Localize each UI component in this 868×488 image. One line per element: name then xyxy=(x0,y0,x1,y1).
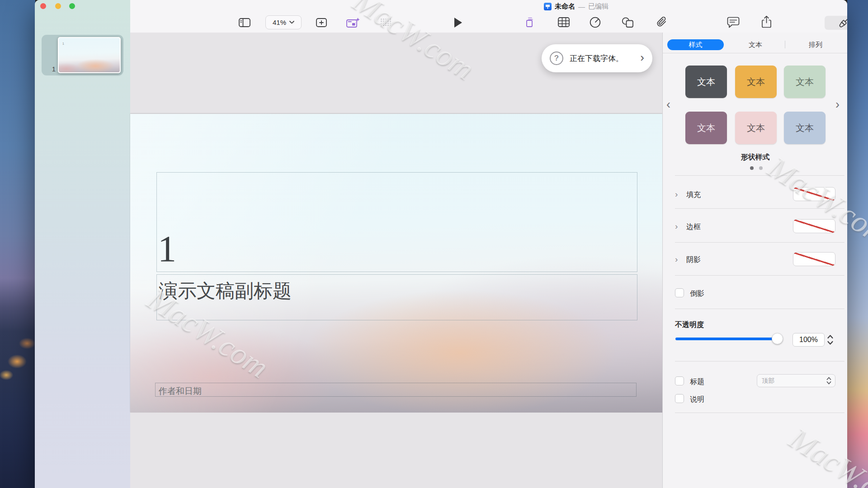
view-sidebar-toggle-icon[interactable] xyxy=(239,18,250,27)
comment-icon[interactable] xyxy=(727,17,740,29)
table-icon[interactable] xyxy=(558,17,570,27)
shadow-label: 阴影 xyxy=(686,255,701,265)
disclosure-icon[interactable]: › xyxy=(675,190,678,198)
slide-author-text: 作者和日期 xyxy=(159,385,202,397)
tab-style-label: 样式 xyxy=(689,41,703,49)
reflection-checkbox[interactable] xyxy=(675,288,684,297)
opacity-value: 100% xyxy=(799,336,818,344)
carousel-next-icon[interactable]: › xyxy=(835,99,840,111)
slide-title-text: 1 xyxy=(158,230,176,267)
caption-checkbox[interactable] xyxy=(675,394,684,403)
opacity-stepper[interactable] xyxy=(827,333,834,346)
tab-arrange[interactable]: 排列 xyxy=(791,39,840,50)
separator xyxy=(675,175,844,176)
disclosure-icon[interactable]: › xyxy=(675,222,678,230)
title-position-dropdown[interactable]: 顶部 xyxy=(757,374,835,387)
carousel-page-dot-active[interactable] xyxy=(750,166,754,170)
style-swatch[interactable]: 文本 xyxy=(685,66,727,98)
chart-icon[interactable] xyxy=(590,17,601,28)
separator xyxy=(675,242,844,243)
magic-slide-icon[interactable] xyxy=(346,17,360,28)
desktop-wallpaper-right xyxy=(847,0,868,488)
slide-thumbnail-preview: 1 xyxy=(59,38,120,72)
slide-subtitle-text: 演示文稿副标题 xyxy=(159,278,292,304)
disclosure-icon[interactable]: › xyxy=(675,255,678,263)
border-none-swatch[interactable] xyxy=(793,219,835,233)
swatch-label: 文本 xyxy=(796,122,814,134)
paperclip-icon[interactable] xyxy=(656,16,667,28)
style-swatch[interactable]: 文本 xyxy=(685,112,727,144)
carousel-prev-icon[interactable]: ‹ xyxy=(666,99,670,111)
tab-divider xyxy=(785,41,785,48)
shadow-none-swatch[interactable] xyxy=(793,252,835,266)
question-glyph: ? xyxy=(554,54,559,63)
style-swatch[interactable]: 文本 xyxy=(735,112,777,144)
tabs-divider-line xyxy=(663,53,847,53)
title-checkbox[interactable] xyxy=(675,376,684,385)
opacity-slider-knob[interactable] xyxy=(772,333,783,344)
shadow-row[interactable]: › 阴影 xyxy=(675,252,838,267)
opacity-value-field[interactable]: 100% xyxy=(793,333,825,347)
keynote-app-icon xyxy=(544,3,552,10)
shape-styles-heading: 形状样式 xyxy=(663,153,847,162)
window-title: 未命名 xyxy=(555,2,575,11)
separator xyxy=(675,413,844,413)
add-slide-icon[interactable] xyxy=(316,18,327,27)
toolbar: 未命名 — 已编辑 41% xyxy=(130,0,847,33)
thumb-mini-number: 1 xyxy=(62,42,64,45)
slide-subtitle-box[interactable]: 演示文稿副标题 xyxy=(156,274,637,320)
slide-title-box[interactable]: 1 xyxy=(156,172,637,272)
fill-none-swatch[interactable] xyxy=(793,187,835,201)
style-swatch[interactable]: 文本 xyxy=(784,66,826,98)
chevron-right-icon[interactable]: › xyxy=(640,52,644,65)
swatch-label: 文本 xyxy=(697,76,715,88)
keynote-window: 1 1 未命名 xyxy=(35,0,847,488)
stepper-updown-icon xyxy=(826,376,831,385)
slide-thumbnail[interactable]: 1 xyxy=(58,37,121,73)
shapes-icon[interactable] xyxy=(622,17,634,28)
help-question-icon: ? xyxy=(550,52,563,65)
desktop-wallpaper-left xyxy=(0,0,35,488)
slide-author-box[interactable]: 作者和日期 xyxy=(155,383,637,397)
minimize-button[interactable] xyxy=(55,3,61,9)
chevron-down-icon xyxy=(289,21,294,24)
zoom-level-dropdown[interactable]: 41% xyxy=(265,15,302,29)
screen: 1 1 未命名 xyxy=(0,0,868,488)
opacity-label: 不透明度 xyxy=(675,320,704,330)
zoom-level-value: 41% xyxy=(273,19,286,26)
share-icon[interactable] xyxy=(761,15,772,28)
format-inspector: 样式 文本 排列 ‹ › 文本 文本 文本 文本 文本 文本 形状样式 xyxy=(662,33,847,488)
tab-text[interactable]: 文本 xyxy=(731,39,780,50)
style-swatch[interactable]: 文本 xyxy=(735,66,777,98)
style-swatch[interactable]: 文本 xyxy=(784,112,826,144)
tab-arrange-label: 排列 xyxy=(809,41,822,49)
separator xyxy=(675,275,844,276)
opacity-slider-track[interactable] xyxy=(675,338,778,340)
grid-dots-icon[interactable] xyxy=(380,18,392,28)
title-label: 标题 xyxy=(690,377,704,387)
border-row[interactable]: › 边框 xyxy=(675,219,838,234)
border-label: 边框 xyxy=(686,222,701,232)
paintbrush-icon xyxy=(837,16,847,30)
swatch-label: 文本 xyxy=(697,122,715,134)
fill-row[interactable]: › 填充 xyxy=(675,187,838,202)
notification-text: 正在下载字体。 xyxy=(570,53,623,64)
zoom-window-button[interactable] xyxy=(69,3,75,9)
fill-label: 填充 xyxy=(686,190,701,200)
separator xyxy=(675,208,844,209)
play-icon[interactable] xyxy=(454,18,462,28)
separator xyxy=(675,309,844,309)
title-separator: — xyxy=(578,3,585,10)
text-box-icon[interactable] xyxy=(525,16,535,29)
format-button[interactable] xyxy=(825,16,847,30)
slide-navigator: 1 1 xyxy=(35,0,131,488)
font-download-notification[interactable]: ? 正在下载字体。 › xyxy=(542,44,652,72)
title-position-value: 顶部 xyxy=(762,377,774,385)
tab-text-label: 文本 xyxy=(749,41,762,49)
reflection-label: 倒影 xyxy=(690,289,704,299)
tab-style[interactable]: 样式 xyxy=(667,39,724,50)
close-button[interactable] xyxy=(40,3,46,9)
edited-status: 已编辑 xyxy=(588,2,609,11)
carousel-page-dot[interactable] xyxy=(759,166,763,170)
slide[interactable]: 1 演示文稿副标题 作者和日期 xyxy=(130,114,662,413)
